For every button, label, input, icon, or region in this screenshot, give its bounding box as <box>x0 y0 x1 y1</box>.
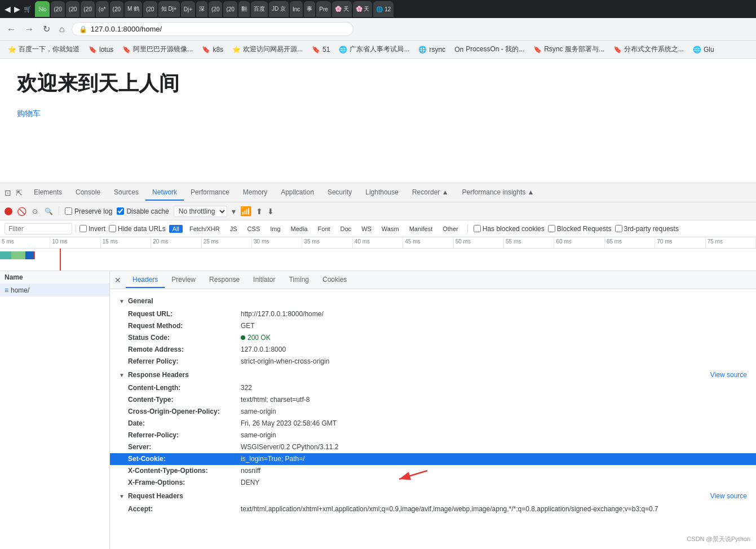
blocked-requests-label[interactable]: Blocked Requests <box>548 225 612 233</box>
invert-checkbox[interactable] <box>79 225 87 232</box>
back-icon[interactable]: ◀ <box>5 5 11 14</box>
record-button[interactable] <box>5 207 12 215</box>
tab-security[interactable]: Security <box>321 185 359 201</box>
bookmark-glu[interactable]: 🌐 Glu <box>689 45 718 55</box>
hide-data-urls-label[interactable]: Hide data URLs <box>109 225 166 233</box>
tab-memory[interactable]: Memory <box>236 185 274 201</box>
filter-js[interactable]: JS <box>227 225 241 233</box>
details-tab-response[interactable]: Response <box>202 272 246 288</box>
tab-inc[interactable]: Inc <box>290 1 303 17</box>
tab-tian1[interactable]: 🌸 天 <box>332 1 352 17</box>
disable-cache-checkbox[interactable] <box>117 207 124 215</box>
tab-lighthouse[interactable]: Lighthouse <box>359 185 405 201</box>
bookmark-k8s[interactable]: 🔖 k8s <box>198 45 227 55</box>
bookmark-wangyi[interactable]: ⭐ 欢迎访问网易开源... <box>229 43 306 55</box>
filter-manifest[interactable]: Manifest <box>406 225 436 233</box>
third-party-requests-label[interactable]: 3rd-party requests <box>615 225 679 233</box>
bookmark-processon[interactable]: On ProcessOn - 我的... <box>451 43 528 55</box>
bookmark-guangdong[interactable]: 🌐 广东省人事考试局... <box>335 43 413 55</box>
clear-button[interactable]: 🚫 <box>17 207 26 216</box>
tab-mail[interactable]: M 鹤 <box>125 1 142 17</box>
tab-application[interactable]: Application <box>274 185 321 201</box>
response-headers-section-header[interactable]: Response Headers View source <box>110 368 756 382</box>
reload-button[interactable]: ↻ <box>41 21 52 37</box>
tab-deep[interactable]: 深 <box>196 1 207 17</box>
bookmark-distributed[interactable]: 🔖 分布式文件系统之... <box>610 43 687 55</box>
tab-2[interactable]: (20 <box>66 1 79 17</box>
tab-tian2[interactable]: 🌸 天 <box>353 1 373 17</box>
forward-button[interactable]: → <box>23 22 36 37</box>
tab-sources[interactable]: Sources <box>107 185 145 201</box>
address-bar[interactable]: 🔒 127.0.0.1:8000/home/ <box>72 22 353 36</box>
tab-translate[interactable]: 翻 <box>238 1 250 17</box>
blocked-requests-checkbox[interactable] <box>548 225 555 232</box>
invert-label[interactable]: Invert <box>79 225 105 233</box>
tab-shi[interactable]: 事 <box>304 1 315 17</box>
details-tab-initiator[interactable]: Initiator <box>246 272 282 288</box>
forward-icon[interactable]: ▶ <box>14 5 20 14</box>
request-headers-section-header[interactable]: Request Headers View source <box>110 489 756 503</box>
tab-dj1[interactable]: 知 Dj+ <box>158 1 180 17</box>
filter-button[interactable]: ⊙ <box>30 207 39 216</box>
request-item-home[interactable]: ≡ home/ <box>0 284 109 296</box>
details-close-button[interactable]: ✕ <box>110 272 126 288</box>
filter-doc[interactable]: Doc <box>337 225 355 233</box>
filter-other[interactable]: Other <box>439 225 462 233</box>
disable-cache-label[interactable]: Disable cache <box>117 207 169 215</box>
tab-slo[interactable]: Slo <box>35 1 50 17</box>
home-button[interactable]: ⌂ <box>57 22 67 37</box>
filter-all[interactable]: All <box>169 225 183 233</box>
details-tab-cookies[interactable]: Cookies <box>316 272 353 288</box>
back-button[interactable]: ← <box>5 22 18 37</box>
bookmark-rsync2[interactable]: 🔖 Rsync 服务部署与... <box>530 43 608 55</box>
tab-shopping[interactable]: 🛒 <box>24 6 32 13</box>
search-button[interactable]: 🔍 <box>44 207 53 216</box>
tab-console[interactable]: Console <box>69 185 107 201</box>
bookmark-rsync[interactable]: 🌐 rsync <box>415 45 449 55</box>
filter-input[interactable] <box>5 223 72 234</box>
bookmark-lotus[interactable]: 🔖 lotus <box>85 45 117 55</box>
tab-5[interactable]: (20 <box>110 1 123 17</box>
preserve-log-label[interactable]: Preserve log <box>65 207 112 215</box>
tab-network[interactable]: Network <box>145 185 184 201</box>
devtools-undock-icon[interactable]: ⇱ <box>16 188 23 197</box>
tab-7[interactable]: (20 <box>209 1 222 17</box>
tab-performance-insights[interactable]: Performance insights ▲ <box>456 185 541 201</box>
filter-font[interactable]: Font <box>315 225 334 233</box>
details-tab-preview[interactable]: Preview <box>165 272 202 288</box>
filter-wasm[interactable]: Wasm <box>378 225 403 233</box>
third-party-requests-checkbox[interactable] <box>615 225 622 232</box>
throttling-select[interactable]: No throttling <box>174 206 227 217</box>
request-view-source[interactable]: View source <box>710 492 747 500</box>
tab-4[interactable]: (o* <box>96 1 109 17</box>
filter-media[interactable]: Media <box>288 225 311 233</box>
preserve-log-checkbox[interactable] <box>65 207 72 215</box>
bookmark-baidu[interactable]: ⭐ 百度一下，你就知道 <box>5 43 83 55</box>
tab-elements[interactable]: Elements <box>27 185 69 201</box>
general-section-header[interactable]: General <box>110 294 756 308</box>
tab-1[interactable]: (20 <box>51 1 64 17</box>
tab-8[interactable]: (20 <box>223 1 237 17</box>
tab-3[interactable]: (20 <box>81 1 94 17</box>
tab-dj2[interactable]: Dj+ <box>181 1 195 17</box>
tab-performance[interactable]: Performance <box>184 185 236 201</box>
response-view-source[interactable]: View source <box>710 371 747 379</box>
has-blocked-cookies-checkbox[interactable] <box>474 225 481 232</box>
tab-pre[interactable]: Pre <box>316 1 331 17</box>
shopping-cart-link[interactable]: 购物车 <box>17 109 41 118</box>
has-blocked-cookies-label[interactable]: Has blocked cookies <box>474 225 545 233</box>
filter-ws[interactable]: WS <box>358 225 375 233</box>
filter-css[interactable]: CSS <box>244 225 264 233</box>
tab-6[interactable]: (20 <box>143 1 157 17</box>
devtools-dock-icon[interactable]: ⊡ <box>5 188 11 197</box>
filter-img[interactable]: Img <box>267 225 284 233</box>
tab-baidu[interactable]: 百度 <box>251 1 268 17</box>
details-tab-timing[interactable]: Timing <box>282 272 316 288</box>
tab-jd[interactable]: JD 京 <box>269 1 289 17</box>
filter-fetch-xhr[interactable]: Fetch/XHR <box>186 225 223 233</box>
hide-data-urls-checkbox[interactable] <box>109 225 116 232</box>
bookmark-51[interactable]: 🔖 51 <box>308 45 333 55</box>
tab-recorder[interactable]: Recorder ▲ <box>405 185 456 201</box>
tab-more[interactable]: 🌐 12 <box>373 1 394 17</box>
bookmark-alibaba[interactable]: 🔖 阿里巴巴开源镜像... <box>119 43 196 55</box>
